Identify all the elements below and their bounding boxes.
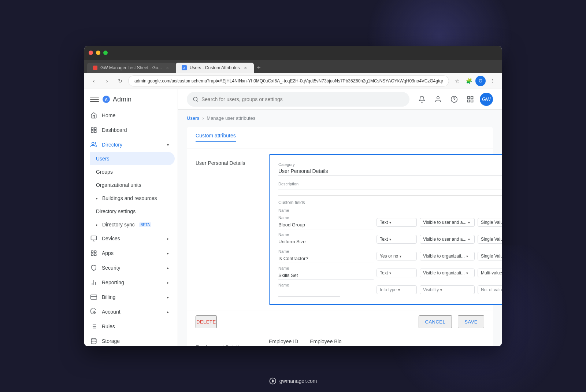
field-2-visibility-dropdown[interactable]: Visible to user and a... ▾ <box>420 235 475 244</box>
top-icons: GW <box>415 93 493 106</box>
menu-icon[interactable]: ⋮ <box>487 76 497 86</box>
field-3-name-input[interactable] <box>278 254 374 263</box>
field-3-type-dropdown[interactable]: Yes or no ▾ <box>377 252 417 260</box>
field-4-type-arrow: ▾ <box>389 271 391 275</box>
section-title: User Personal Details <box>196 154 269 166</box>
field-3-visibility-dropdown[interactable]: Visible to organizati... ▾ <box>420 252 475 260</box>
tab-1[interactable]: GW Manager Test Sheet - Go... ✕ <box>87 63 176 73</box>
new-tab-button[interactable]: + <box>254 63 264 73</box>
apps-grid-button[interactable] <box>464 93 477 106</box>
field-1-values-value: Single Value <box>481 220 502 225</box>
sidebar-item-home[interactable]: Home <box>84 108 175 123</box>
minimize-window-button[interactable] <box>96 51 100 55</box>
sidebar-item-dashboard[interactable]: Dashboard <box>84 123 175 137</box>
new-field-row: Name Info type ▾ Visibility ▾ <box>278 283 502 297</box>
svg-rect-10 <box>91 251 93 252</box>
save-button[interactable]: SAVE <box>458 315 484 328</box>
tab-1-close[interactable]: ✕ <box>165 65 170 70</box>
storage-label: Storage <box>102 338 120 344</box>
field-row-1-container: Name <box>278 215 374 229</box>
play-icon <box>269 377 277 385</box>
sidebar-item-billing[interactable]: Billing ▸ <box>84 290 175 304</box>
new-field-values-dropdown[interactable]: No. of values ▾ <box>478 285 502 294</box>
field-2-visibility-arrow: ▾ <box>468 237 470 241</box>
breadcrumb-users-link[interactable]: Users <box>187 115 199 121</box>
field-2-type-dropdown[interactable]: Text ▾ <box>377 235 417 244</box>
field-1-values-dropdown[interactable]: Single Value ▾ <box>478 218 502 227</box>
svg-text:A: A <box>105 97 107 101</box>
svg-rect-31 <box>468 96 470 99</box>
buildings-expand-icon: ▸ <box>96 196 98 200</box>
sidebar-item-account[interactable]: Account ▸ <box>84 304 175 319</box>
custom-attributes-tab[interactable]: Custom attributes <box>187 127 493 148</box>
tab-2-close[interactable]: ✕ <box>243 65 248 70</box>
field-4-values-dropdown[interactable]: Multi-value ▾ <box>478 269 502 277</box>
field-name-header: Name <box>278 208 374 212</box>
billing-icon <box>90 293 97 301</box>
sidebar-item-security[interactable]: Security ▸ <box>84 260 175 275</box>
field-2-values-dropdown[interactable]: Single Value ▾ <box>478 235 502 244</box>
back-button[interactable]: ‹ <box>89 76 99 86</box>
description-field-value[interactable] <box>278 188 502 189</box>
sidebar-item-dir-settings[interactable]: Directory settings <box>90 205 175 218</box>
security-expand-icon: ▸ <box>167 266 169 270</box>
field-4-visibility-dropdown[interactable]: Visible to organizati... ▾ <box>420 269 475 277</box>
svg-point-6 <box>92 142 94 144</box>
profile-icon[interactable]: G <box>475 76 486 86</box>
sidebar-item-directory[interactable]: Directory ▾ <box>84 137 175 152</box>
extensions-icon[interactable]: 🧩 <box>464 76 474 86</box>
new-field-type-dropdown[interactable]: Info type ▾ <box>377 285 417 294</box>
help-button[interactable] <box>448 93 461 106</box>
sidebar-item-storage[interactable]: Storage <box>84 334 175 346</box>
directory-icon <box>90 141 97 148</box>
hamburger-menu[interactable] <box>90 95 99 104</box>
forward-button[interactable]: › <box>102 76 112 86</box>
sidebar-nav: Home Dashboard Directory ▾ <box>84 107 178 346</box>
breadcrumb-separator: › <box>202 115 204 121</box>
user-avatar[interactable]: GW <box>480 93 493 106</box>
field-3-values-dropdown[interactable]: Single Value ▾ <box>478 252 502 260</box>
field-1-name-input[interactable] <box>278 221 374 229</box>
account-circle-button[interactable] <box>431 93 445 106</box>
svg-rect-5 <box>94 131 96 133</box>
employment-section-title: Employment Details <box>196 339 269 346</box>
new-field-visibility-dropdown[interactable]: Visibility ▾ <box>420 285 475 294</box>
org-units-label: Organizational units <box>96 182 141 188</box>
sidebar-item-dir-sync[interactable]: ▸ Directory sync BETA <box>90 218 175 231</box>
search-input[interactable] <box>201 96 404 102</box>
close-window-button[interactable] <box>89 51 93 55</box>
address-input[interactable] <box>128 75 449 86</box>
cancel-button[interactable]: CANCEL <box>419 315 452 328</box>
field-2-name-input[interactable] <box>278 237 374 246</box>
field-4-name-input[interactable] <box>278 271 374 280</box>
new-field-name-input[interactable] <box>278 288 340 297</box>
delete-button[interactable]: DELETE <box>196 315 217 328</box>
maximize-window-button[interactable] <box>103 51 108 55</box>
field-3-type-value: Yes or no <box>380 254 398 259</box>
edit-form-overlay: Category User Personal Details Descripti… <box>269 154 502 305</box>
notifications-button[interactable] <box>415 93 429 106</box>
sidebar-item-groups[interactable]: Groups <box>90 165 175 178</box>
field-1-type-dropdown[interactable]: Text ▾ <box>377 218 417 227</box>
sidebar-item-org-units[interactable]: Organizational units <box>90 178 175 192</box>
apps-label: Apps <box>102 250 114 256</box>
bookmark-icon[interactable]: ☆ <box>452 76 462 86</box>
sidebar-item-users[interactable]: Users <box>90 152 175 165</box>
field-1-visibility-dropdown[interactable]: Visible to user and a... ▾ <box>420 218 475 227</box>
description-field-label: Description <box>278 182 502 186</box>
refresh-button[interactable]: ↻ <box>115 76 125 86</box>
svg-point-19 <box>93 311 95 313</box>
dir-sync-expand-icon: ▸ <box>96 223 98 227</box>
sidebar-item-rules[interactable]: Rules <box>84 319 175 334</box>
sidebar-item-devices[interactable]: Devices ▸ <box>84 231 175 246</box>
sidebar-item-buildings[interactable]: ▸ Buildings and resources <box>90 192 175 205</box>
watermark-text: gwmanager.com <box>279 378 317 384</box>
tab-2[interactable]: A Users - Custom Attributes ✕ <box>176 63 254 73</box>
apps-icon <box>90 249 97 257</box>
field-row-2-container: Name <box>278 232 374 246</box>
dashboard-label: Dashboard <box>102 127 127 133</box>
field-4-type-dropdown[interactable]: Text ▾ <box>377 269 417 277</box>
sidebar-item-apps[interactable]: Apps ▸ <box>84 246 175 260</box>
sidebar-item-reporting[interactable]: Reporting ▸ <box>84 275 175 290</box>
field-1-visibility-value: Visible to user and a... <box>423 220 467 225</box>
